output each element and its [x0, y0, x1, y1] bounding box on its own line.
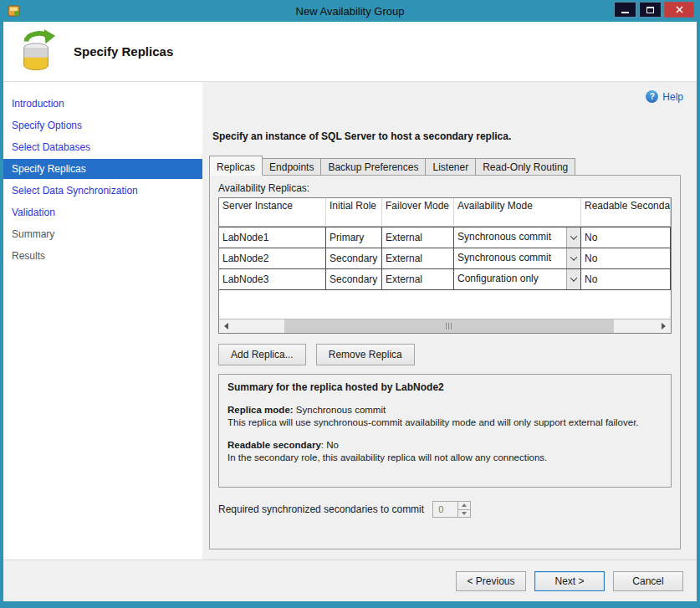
cell-readable-secondary[interactable]: No: [581, 248, 671, 269]
replicas-tab-panel: Availability Replicas: Server Instance I…: [209, 175, 681, 549]
window-title: New Availability Group: [3, 5, 697, 18]
readable-secondary-label: Readable secondary: [227, 440, 321, 450]
scrollbar-grip-icon: [446, 323, 453, 330]
wizard-body: Introduction Specify Options Select Data…: [3, 82, 697, 559]
chevron-down-icon[interactable]: [566, 248, 580, 268]
remove-replica-button[interactable]: Remove Replica: [316, 344, 415, 365]
col-header-readable-secondary: Readable Secondar: [581, 198, 671, 227]
new-availability-group-window: New Availability Group Specify Replicas: [0, 0, 700, 608]
required-secondaries-stepper[interactable]: 0: [432, 501, 471, 518]
close-button[interactable]: [664, 2, 694, 18]
required-secondaries-row: Required synchronized secondaries to com…: [218, 501, 672, 518]
col-header-availability-mode: Availability Mode: [454, 198, 581, 227]
replica-mode-line: Replica mode: Synchronous commit: [227, 404, 662, 416]
chevron-up-icon: [462, 503, 467, 507]
availability-replicas-label: Availability Replicas:: [218, 182, 672, 194]
cell-server-instance[interactable]: LabNode2: [219, 248, 326, 269]
sidebar-item-validation[interactable]: Validation: [3, 202, 202, 222]
cell-server-instance[interactable]: LabNode1: [219, 227, 326, 248]
tab-replicas[interactable]: Replicas: [209, 156, 263, 176]
cell-failover-mode[interactable]: External: [382, 269, 454, 290]
required-secondaries-label: Required synchronized secondaries to com…: [218, 503, 424, 515]
app-icon: [8, 4, 21, 18]
scrollbar-track[interactable]: [233, 319, 657, 333]
availability-replicas-grid: Server Instance Initial Role Failover Mo…: [218, 197, 672, 334]
sidebar-item-specify-replicas[interactable]: Specify Replicas: [3, 159, 202, 179]
horizontal-scrollbar: [219, 319, 671, 333]
cell-initial-role[interactable]: Primary: [326, 227, 382, 248]
replica-summary-box: Summary for the replica hosted by LabNod…: [218, 374, 672, 488]
tab-backup-preferences[interactable]: Backup Preferences: [320, 158, 426, 175]
availability-mode-value: Configuration only: [454, 269, 566, 289]
sidebar-item-summary: Summary: [3, 224, 202, 244]
table-row: LabNode2 Secondary External Synchronous …: [219, 248, 671, 269]
tab-listener[interactable]: Listener: [425, 158, 476, 175]
titlebar[interactable]: New Availability Group: [3, 0, 697, 22]
col-header-initial-role: Initial Role: [326, 198, 382, 227]
tab-read-only-routing[interactable]: Read-Only Routing: [475, 158, 575, 175]
add-replica-button[interactable]: Add Replica...: [218, 344, 306, 365]
chevron-down-icon: [462, 512, 467, 515]
availability-mode-dropdown[interactable]: Synchronous commit: [454, 248, 580, 268]
page-title: Specify Replicas: [74, 44, 173, 59]
wizard-footer: < Previous Next > Cancel: [3, 559, 697, 601]
grid-header-row: Server Instance Initial Role Failover Mo…: [219, 198, 671, 227]
help-icon: ?: [646, 90, 658, 103]
chevron-down-icon[interactable]: [566, 269, 580, 289]
readable-secondary-line: Readable secondary: No: [227, 439, 662, 452]
scroll-left-arrow[interactable]: [219, 319, 233, 333]
cell-readable-secondary[interactable]: No: [581, 269, 671, 290]
replica-mode-description: This replica will use synchronous-commit…: [227, 416, 662, 429]
wizard-steps-sidebar: Introduction Specify Options Select Data…: [3, 82, 202, 559]
sidebar-item-select-databases[interactable]: Select Databases: [3, 137, 202, 157]
minimize-icon: [621, 12, 629, 13]
cell-server-instance[interactable]: LabNode3: [219, 269, 326, 290]
sidebar-item-introduction[interactable]: Introduction: [3, 94, 202, 114]
summary-title: Summary for the replica hosted by LabNod…: [227, 381, 662, 394]
tab-endpoints[interactable]: Endpoints: [262, 158, 321, 175]
col-header-failover-mode: Failover Mode: [382, 198, 454, 227]
instruction-text: Specify an instance of SQL Server to hos…: [212, 130, 697, 142]
readable-secondary-value: : No: [321, 440, 339, 450]
replica-mode-label: Replica mode:: [227, 405, 294, 415]
sidebar-item-select-data-synchronization[interactable]: Select Data Synchronization: [3, 181, 202, 201]
table-row: LabNode3 Secondary External Configuratio…: [219, 269, 671, 290]
database-replica-icon: [17, 28, 57, 74]
readable-secondary-description: In the secondary role, this availability…: [227, 452, 662, 464]
table-row: LabNode1 Primary External Synchronous co…: [219, 227, 671, 248]
scroll-right-arrow[interactable]: [657, 319, 671, 333]
chevron-down-icon[interactable]: [566, 227, 580, 248]
required-secondaries-value: 0: [433, 502, 457, 517]
availability-mode-dropdown[interactable]: Configuration only: [454, 269, 580, 289]
sidebar-item-specify-options[interactable]: Specify Options: [3, 115, 202, 135]
cell-initial-role[interactable]: Secondary: [326, 269, 382, 290]
cell-readable-secondary[interactable]: No: [581, 227, 671, 248]
next-button[interactable]: Next >: [534, 571, 605, 591]
help-link[interactable]: ? Help: [646, 90, 683, 103]
col-header-server-instance: Server Instance: [219, 198, 326, 227]
cell-failover-mode[interactable]: External: [382, 227, 454, 248]
maximize-icon: [646, 7, 654, 13]
maximize-button[interactable]: [639, 2, 662, 18]
cell-initial-role[interactable]: Secondary: [326, 248, 382, 269]
availability-mode-value: Synchronous commit: [454, 227, 566, 248]
scrollbar-thumb[interactable]: [284, 319, 615, 333]
wizard-header: Specify Replicas: [3, 22, 697, 82]
cell-failover-mode[interactable]: External: [382, 248, 454, 269]
sidebar-item-results: Results: [3, 246, 202, 266]
minimize-button[interactable]: [614, 2, 636, 18]
replica-mode-value: Synchronous commit: [296, 405, 386, 415]
close-icon: [676, 6, 683, 13]
availability-mode-dropdown[interactable]: Synchronous commit: [454, 227, 580, 248]
main-content: ? Help Specify an instance of SQL Server…: [202, 82, 697, 559]
replica-actions: Add Replica... Remove Replica: [218, 344, 672, 365]
window-controls: [614, 0, 697, 22]
stepper-up-button[interactable]: [458, 502, 470, 510]
replica-config-tabs: Replicas Endpoints Backup Preferences Li…: [209, 156, 697, 175]
previous-button[interactable]: < Previous: [456, 571, 526, 591]
cancel-button[interactable]: Cancel: [613, 571, 683, 591]
help-label: Help: [662, 91, 683, 103]
stepper-buttons: [457, 502, 470, 517]
availability-mode-value: Synchronous commit: [454, 248, 566, 268]
stepper-down-button[interactable]: [458, 510, 470, 518]
